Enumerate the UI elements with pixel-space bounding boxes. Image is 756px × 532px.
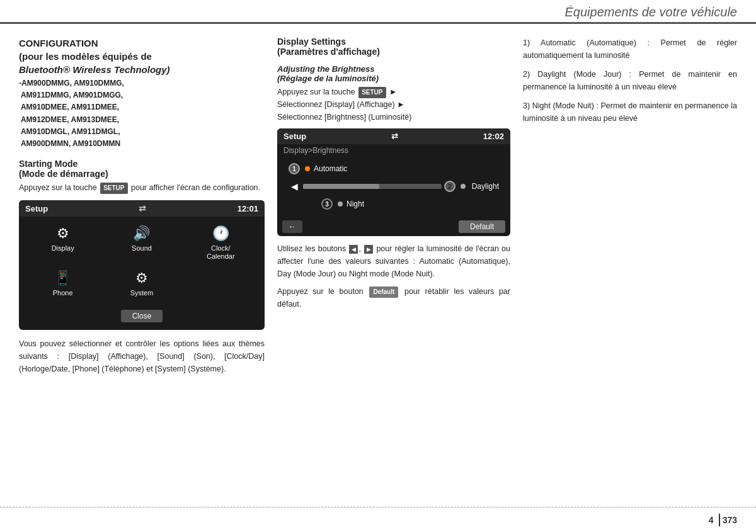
header-bar: Équipements de votre véhicule [0,0,756,24]
display-breadcrumb: Display>Brightness [277,144,510,157]
config-title: CONFIGURATION (pour les modèles équipés … [19,37,265,76]
default-badge: Default [369,286,398,298]
brightness-body-text: Utilisez les boutons ◀, ▶ pour régler la… [277,242,510,280]
right-column: 1) Automatic (Automatique) : Permet de r… [523,37,737,474]
arrows-icon: ⇄ [139,203,146,213]
display-back-button[interactable]: ← [282,220,302,233]
setup-icon-system[interactable]: ⚙ System [103,266,180,301]
automatic-option[interactable]: 1 Automatic [284,161,504,177]
slider-bar [303,184,442,189]
setup-icon-sound[interactable]: 🔊 Sound [103,222,180,264]
setup-badge: SETUP [100,183,127,194]
instruction-text: Appuyez sur la touche SETUP ► Sélectionn… [277,86,510,123]
setup-screen-1: Setup ⇄ 12:01 ⚙ Display 🔊 Sound 🕐 Cl [19,200,265,330]
option-2-dot [461,184,466,189]
setup-icons-grid: ⚙ Display 🔊 Sound 🕐 Clock/Calendar 📱 Pho… [19,217,265,306]
right-arrow-icon: ▶ [364,245,373,254]
page-separator [719,514,720,526]
page-header-title: Équipements de votre véhicule [565,5,738,20]
display-screen: Setup ⇄ 12:02 Display>Brightness 1 Autom… [277,128,510,236]
main-content: CONFIGURATION (pour les modèles équipés … [0,24,756,480]
brightness-description-list: 1) Automatic (Automatique) : Permet de r… [523,37,737,125]
phone-icon: 📱 [54,270,71,286]
option-3-dot [338,201,343,207]
clock-icon: 🕐 [212,225,229,242]
display-icon: ⚙ [57,225,69,242]
default-text: Appuyez sur le bouton Default pour rétab… [277,285,510,310]
option-1-num: 1 [289,163,300,174]
page-number: 4 373 [709,514,737,526]
setup-badge-2: SETUP [358,87,386,98]
left-arrow-icon: ◀ [349,245,358,254]
slider-row: ◀ 2 Daylight [284,178,504,195]
setup-close-row: Close [19,306,265,326]
list-item-daylight: 2) Daylight (Mode Jour) : Permet de main… [523,68,737,93]
list-item-automatic: 1) Automatic (Automatique) : Permet de r… [523,37,737,62]
display-footer: ← Default [277,217,510,236]
option-1-dot [305,166,310,171]
footer: 4 373 [0,507,756,532]
option-3-num: 3 [321,198,333,210]
display-default-button[interactable]: Default [459,220,505,233]
model-list: -AM900DMMG, AM910DMMG, AM911DMMG, AM901D… [19,77,265,150]
list-item-night: 3) Night (Mode Nuit) : Permet de mainten… [523,99,737,125]
brightness-options: 1 Automatic ◀ 2 Daylight [277,157,510,217]
left-column: CONFIGURATION (pour les modèles équipés … [19,37,265,474]
adjusting-title: Adjusting the Brightness (Réglage de la … [277,64,510,83]
system-icon: ⚙ [135,270,148,286]
setup-screen-header: Setup ⇄ 12:01 [19,200,265,217]
slider-left-arrow[interactable]: ◀ [289,181,301,191]
night-option[interactable]: 3 Night [284,196,504,212]
middle-column: Display Settings (Paramètres d'affichage… [277,37,510,474]
display-screen-header: Setup ⇄ 12:02 [277,128,510,144]
slider-fill [303,184,379,189]
setup-icon-clock[interactable]: 🕐 Clock/Calendar [182,222,260,264]
setup-icon-display[interactable]: ⚙ Display [24,222,101,264]
adjusting-brightness-section: Adjusting the Brightness (Réglage de la … [277,64,510,123]
option-2-num: 2 [444,181,455,192]
starting-mode-body: Appuyez sur la touche SETUP pour affiche… [19,181,265,194]
setup-icon-phone[interactable]: 📱 Phone [24,266,101,301]
sound-icon: 🔊 [133,225,150,242]
close-button[interactable]: Close [121,310,163,322]
bottom-paragraph: Vous pouvez sélectionner et contrôler le… [19,337,265,375]
starting-mode-title: Starting Mode (Mode de démarrage) [19,159,265,179]
arrows-icon-2: ⇄ [391,132,398,141]
display-settings-title: Display Settings (Paramètres d'affichage… [277,37,510,57]
